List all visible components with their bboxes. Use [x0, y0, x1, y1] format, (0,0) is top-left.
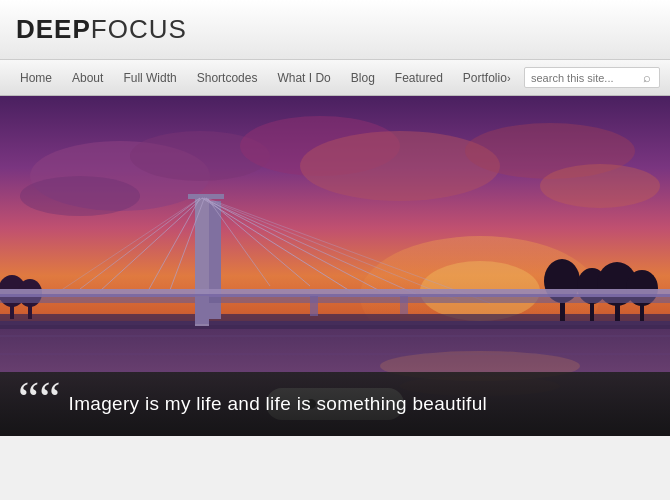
quote-text: Imagery is my life and life is something…	[69, 393, 487, 415]
logo: DEEPFOCUS	[16, 14, 187, 45]
nav-fullwidth[interactable]: Full Width	[113, 60, 186, 96]
svg-rect-46	[310, 296, 318, 316]
nav-about[interactable]: About	[62, 60, 113, 96]
search-button[interactable]: ⌕	[641, 70, 653, 85]
nav-portfolio[interactable]: Portfolio	[453, 60, 521, 96]
nav-featured[interactable]: Featured	[385, 60, 453, 96]
svg-rect-14	[0, 314, 670, 329]
nav-home[interactable]: Home	[10, 60, 62, 96]
nav-blog[interactable]: Blog	[341, 60, 385, 96]
logo-light: FOCUS	[91, 14, 187, 44]
svg-rect-45	[195, 296, 209, 324]
quote-bar: ““ Imagery is my life and life is someth…	[0, 372, 670, 436]
navbar: Home About Full Width Shortcodes What I …	[0, 60, 670, 96]
nav-items: Home About Full Width Shortcodes What I …	[10, 60, 524, 96]
svg-point-9	[540, 164, 660, 208]
svg-rect-43	[0, 294, 670, 297]
nav-whatido[interactable]: What I Do	[267, 60, 340, 96]
nav-shortcodes[interactable]: Shortcodes	[187, 60, 268, 96]
svg-point-5	[20, 176, 140, 216]
svg-point-7	[300, 131, 500, 201]
svg-rect-47	[400, 296, 408, 314]
hero-section: ‹ › ““ Imagery is my life and life is so…	[0, 96, 670, 436]
header: DEEPFOCUS	[0, 0, 670, 60]
search-box: ⌕	[524, 67, 660, 88]
quote-mark: ““	[18, 375, 61, 423]
logo-bold: DEEP	[16, 14, 91, 44]
search-input[interactable]	[531, 72, 641, 84]
svg-rect-44	[0, 297, 670, 303]
